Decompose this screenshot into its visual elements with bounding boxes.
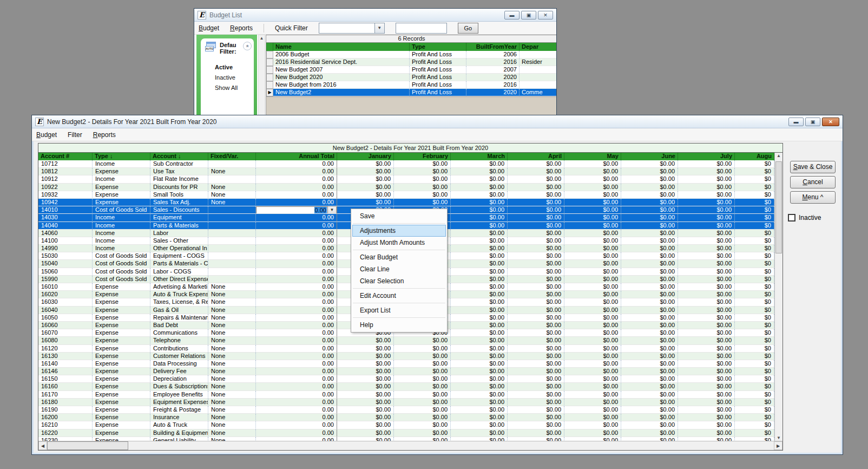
cell-month[interactable]: $0.00 bbox=[394, 345, 451, 353]
cell-month[interactable]: $0.00 bbox=[621, 383, 678, 390]
cell-month[interactable]: $0.00 bbox=[508, 268, 564, 276]
cell-month[interactable]: $0.00 bbox=[678, 421, 735, 429]
cell-account-name[interactable]: Dues & Subscriptions bbox=[150, 383, 208, 390]
cell-month[interactable]: $0.00 bbox=[508, 237, 564, 245]
cell-account-name[interactable]: Bad Debt bbox=[150, 322, 208, 329]
cell-fixed-var[interactable] bbox=[208, 175, 256, 183]
cell-type[interactable]: Expense bbox=[93, 199, 150, 206]
cell-account-number[interactable]: 16190 bbox=[38, 406, 93, 414]
cell-month-august[interactable]: $0 bbox=[735, 268, 774, 276]
cell-month[interactable]: $0.00 bbox=[451, 283, 508, 291]
cell-month[interactable]: $0.00 bbox=[621, 298, 678, 306]
cell-fixed-var[interactable]: None bbox=[208, 199, 256, 206]
cell-type[interactable]: Expense bbox=[93, 368, 150, 375]
cell-account-name[interactable]: Depreciation bbox=[150, 375, 208, 383]
cell-month[interactable]: $0.00 bbox=[451, 175, 508, 183]
cell-month[interactable]: $0.00 bbox=[451, 298, 508, 306]
context-menu-item-help[interactable]: Help bbox=[352, 319, 446, 331]
cell-type[interactable]: Cost of Goods Sold bbox=[93, 206, 150, 214]
cell-month[interactable]: $0.00 bbox=[451, 191, 508, 199]
cell-account-number[interactable]: 15060 bbox=[38, 268, 93, 276]
cell-month[interactable]: $0.00 bbox=[508, 252, 564, 260]
close-button[interactable]: ✕ bbox=[538, 11, 553, 19]
cell-month-august[interactable]: $0 bbox=[735, 383, 774, 390]
cell-month[interactable]: $0.00 bbox=[508, 291, 564, 298]
cell-account-number[interactable]: 15030 bbox=[38, 252, 93, 260]
cell-annual-total[interactable]: 0.00 bbox=[256, 399, 337, 406]
cell-annual-total[interactable]: 0.00 bbox=[256, 360, 337, 368]
cell[interactable]: New Budget from 2016 bbox=[273, 81, 410, 89]
cell-month[interactable]: $0.00 bbox=[508, 429, 564, 437]
cell-type[interactable]: Expense bbox=[93, 421, 150, 429]
cell-month-august[interactable]: $0 bbox=[735, 307, 774, 314]
cell-month[interactable]: $0.00 bbox=[451, 329, 508, 337]
cell-month[interactable]: $0.00 bbox=[621, 260, 678, 268]
cell-month[interactable]: $0.00 bbox=[337, 421, 394, 429]
cell-month[interactable]: $0.00 bbox=[394, 337, 451, 344]
cell-month[interactable]: $0.00 bbox=[621, 375, 678, 383]
cell-account-number[interactable]: 14990 bbox=[38, 245, 93, 252]
cell-annual-total[interactable]: 0.00 bbox=[256, 421, 337, 429]
cell-annual-total[interactable]: 0.00 bbox=[256, 406, 337, 414]
cell-fixed-var[interactable]: None bbox=[208, 368, 256, 375]
cell[interactable]: 2006 bbox=[466, 51, 520, 58]
cell-account-number[interactable]: 10912 bbox=[38, 175, 93, 183]
cell-annual-total[interactable]: 0.00 bbox=[256, 191, 337, 199]
cell-type[interactable]: Cost of Goods Sold bbox=[93, 260, 150, 268]
cell-annual-total[interactable]: 0.00 bbox=[256, 391, 337, 399]
column-header-depar[interactable]: Depar bbox=[520, 43, 556, 51]
context-menu-item-export-list[interactable]: Export List bbox=[352, 304, 446, 316]
cell-month[interactable]: $0.00 bbox=[394, 421, 451, 429]
cell-month[interactable]: $0.00 bbox=[564, 168, 621, 175]
cell-month[interactable]: $0.00 bbox=[337, 199, 394, 206]
cell-type[interactable]: Expense bbox=[93, 329, 150, 337]
cell-month[interactable]: $0.00 bbox=[451, 222, 508, 230]
cell-month[interactable]: $0.00 bbox=[678, 222, 735, 230]
cell-month[interactable]: $0.00 bbox=[451, 291, 508, 298]
cell-account-name[interactable]: Parts & Materials - C bbox=[150, 260, 208, 268]
cell-annual-total[interactable]: 0.00 bbox=[256, 291, 337, 298]
cell-account-name[interactable]: Advetising & Marketi bbox=[150, 283, 208, 291]
table-row-16220[interactable]: 16220ExpenseBuilding & EquipmentNone0.00… bbox=[38, 429, 774, 437]
cell-month[interactable]: $0.00 bbox=[451, 245, 508, 252]
cell-month-august[interactable]: $0 bbox=[735, 168, 774, 175]
cell-month[interactable]: $0.00 bbox=[337, 429, 394, 437]
cell-account-number[interactable]: 14010 bbox=[38, 206, 93, 214]
editor-dropdown-button[interactable]: ▼ bbox=[328, 206, 337, 214]
cell-month[interactable]: $0.00 bbox=[564, 214, 621, 222]
cell-month[interactable]: $0.00 bbox=[394, 383, 451, 390]
cell[interactable]: Resider bbox=[520, 58, 556, 66]
cell-type[interactable]: Expense bbox=[93, 353, 150, 360]
cell-annual-total[interactable]: 0.00 bbox=[256, 260, 337, 268]
cell-account-name[interactable]: Sales - Discounts bbox=[150, 206, 208, 214]
cell-month[interactable]: $0.00 bbox=[621, 399, 678, 406]
cell-month-august[interactable]: $0 bbox=[735, 375, 774, 383]
cell-fixed-var[interactable]: None bbox=[208, 383, 256, 390]
cell-month[interactable]: $0.00 bbox=[451, 160, 508, 168]
cell-month-august[interactable]: $0 bbox=[735, 283, 774, 291]
cell-month-august[interactable]: $0 bbox=[735, 160, 774, 168]
cell-month[interactable]: $0.00 bbox=[394, 375, 451, 383]
row-selector[interactable] bbox=[266, 51, 273, 58]
cell-fixed-var[interactable] bbox=[208, 276, 256, 283]
cell-month[interactable]: $0.00 bbox=[678, 245, 735, 252]
cell-account-number[interactable]: 16140 bbox=[38, 360, 93, 368]
cell-annual-total[interactable]: 0.00 bbox=[256, 283, 337, 291]
cell-month[interactable]: $0.00 bbox=[621, 245, 678, 252]
cell-type[interactable]: Expense bbox=[93, 298, 150, 306]
cell-fixed-var[interactable]: None bbox=[208, 399, 256, 406]
cell-month[interactable]: $0.00 bbox=[678, 414, 735, 421]
cell-fixed-var[interactable]: None bbox=[208, 168, 256, 175]
cell-month[interactable]: $0.00 bbox=[394, 184, 451, 191]
cell-month[interactable]: $0.00 bbox=[394, 399, 451, 406]
cell-month-august[interactable]: $0 bbox=[735, 184, 774, 191]
cell-month-august[interactable]: $0 bbox=[735, 406, 774, 414]
budget-row-2[interactable]: 2016 Residential Service Dept.Profit And… bbox=[266, 58, 556, 66]
cell-account-name[interactable]: Sales Tax Adj. bbox=[150, 199, 208, 206]
column-header-type[interactable]: Type bbox=[410, 43, 466, 51]
cell-month[interactable]: $0.00 bbox=[621, 368, 678, 375]
cell[interactable] bbox=[520, 66, 556, 74]
cell-account-number[interactable]: 16210 bbox=[38, 421, 93, 429]
cell-fixed-var[interactable] bbox=[208, 237, 256, 245]
save-close-button[interactable]: Save & Close bbox=[790, 161, 836, 173]
